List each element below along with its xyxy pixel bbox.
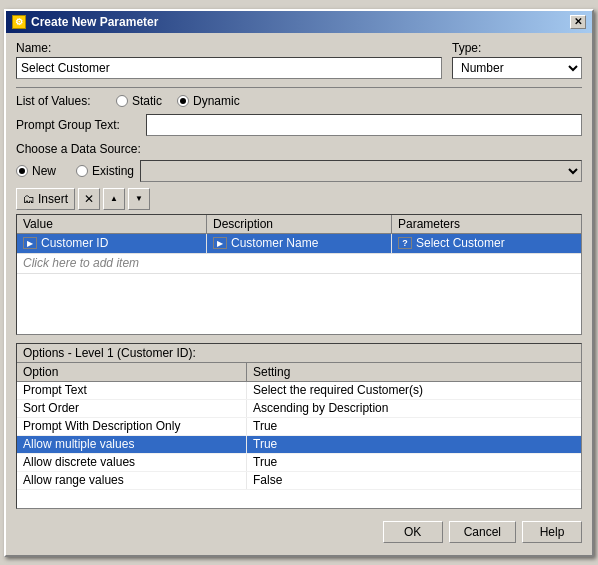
option-label-allow-range: Allow range values — [17, 472, 247, 489]
divider-1 — [16, 87, 582, 88]
value-cell: ▶ Customer ID — [17, 234, 207, 253]
value-row-icon: ▶ — [23, 237, 37, 249]
type-select[interactable]: Number String Date Boolean — [452, 57, 582, 79]
new-radio-btn[interactable] — [16, 165, 28, 177]
move-down-button[interactable]: ▼ — [128, 188, 150, 210]
options-row-allow-discrete[interactable]: Allow discrete values True — [17, 454, 581, 472]
prompt-group-input[interactable] — [146, 114, 582, 136]
option-setting-allow-multiple: True — [247, 436, 581, 453]
option-label-prompt-desc: Prompt With Description Only — [17, 418, 247, 435]
create-parameter-dialog: ⚙ Create New Parameter ✕ Name: Type: Num… — [4, 9, 594, 557]
ok-button[interactable]: OK — [383, 521, 443, 543]
options-row-sort-order[interactable]: Sort Order Ascending by Description — [17, 400, 581, 418]
description-text: Customer Name — [231, 236, 318, 250]
options-row-allow-multiple[interactable]: Allow multiple values True — [17, 436, 581, 454]
empty-rows — [17, 274, 581, 334]
value-text: Customer ID — [41, 236, 108, 250]
existing-select-wrapper — [140, 160, 582, 182]
delete-button[interactable]: ✕ — [78, 188, 100, 210]
name-type-row: Name: Type: Number String Date Boolean — [16, 41, 582, 79]
dynamic-radio-btn[interactable] — [177, 95, 189, 107]
option-setting-allow-range: False — [247, 472, 581, 489]
parameter-text: Select Customer — [416, 236, 505, 250]
options-section: Options - Level 1 (Customer ID): Option … — [16, 343, 582, 509]
existing-label: Existing — [92, 164, 134, 178]
data-source-label: Choose a Data Source: — [16, 142, 582, 156]
delete-icon: ✕ — [84, 192, 94, 206]
options-empty-row — [17, 490, 581, 508]
type-section: Type: Number String Date Boolean — [452, 41, 582, 79]
name-label: Name: — [16, 41, 442, 55]
type-label: Type: — [452, 41, 582, 55]
insert-label: Insert — [38, 192, 68, 206]
header-parameters: Parameters — [392, 215, 581, 233]
options-header: Option Setting — [17, 363, 581, 382]
add-item-text[interactable]: Click here to add item — [17, 254, 581, 273]
move-up-button[interactable]: ▲ — [103, 188, 125, 210]
option-setting-sort-order: Ascending by Description — [247, 400, 581, 417]
name-input[interactable] — [16, 57, 442, 79]
toolbar: 🗂 Insert ✕ ▲ ▼ — [16, 188, 582, 210]
prompt-group-label: Prompt Group Text: — [16, 118, 146, 132]
param-row-icon: ? — [398, 237, 412, 249]
move-up-icon: ▲ — [110, 194, 118, 203]
description-cell: ▶ Customer Name — [207, 234, 392, 253]
values-table: Value Description Parameters ▶ Customer … — [16, 214, 582, 335]
option-label-allow-multiple: Allow multiple values — [17, 436, 247, 453]
move-down-icon: ▼ — [135, 194, 143, 203]
header-description: Description — [207, 215, 392, 233]
insert-icon: 🗂 — [23, 192, 35, 206]
static-radio[interactable]: Static — [116, 94, 162, 108]
title-bar: ⚙ Create New Parameter ✕ — [6, 11, 592, 33]
option-label-prompt-text: Prompt Text — [17, 382, 247, 399]
existing-radio[interactable]: Existing — [76, 164, 134, 178]
existing-group: Existing — [76, 160, 582, 182]
type-select-wrapper: Number String Date Boolean — [452, 57, 582, 79]
list-of-values-row: List of Values: Static Dynamic — [16, 94, 582, 108]
lov-radio-group: Static Dynamic — [116, 94, 240, 108]
options-row-prompt-desc[interactable]: Prompt With Description Only True — [17, 418, 581, 436]
dynamic-label: Dynamic — [193, 94, 240, 108]
dynamic-radio[interactable]: Dynamic — [177, 94, 240, 108]
static-label: Static — [132, 94, 162, 108]
help-button[interactable]: Help — [522, 521, 582, 543]
new-label: New — [32, 164, 56, 178]
option-label-allow-discrete: Allow discrete values — [17, 454, 247, 471]
dialog-body: Name: Type: Number String Date Boolean L… — [6, 33, 592, 555]
button-row: OK Cancel Help — [16, 517, 582, 547]
static-radio-btn[interactable] — [116, 95, 128, 107]
lov-label: List of Values: — [16, 94, 116, 108]
existing-radio-btn[interactable] — [76, 165, 88, 177]
new-radio[interactable]: New — [16, 164, 56, 178]
table-header: Value Description Parameters — [17, 215, 581, 234]
name-section: Name: — [16, 41, 442, 79]
options-row-allow-range[interactable]: Allow range values False — [17, 472, 581, 490]
cancel-button[interactable]: Cancel — [449, 521, 516, 543]
options-title: Options - Level 1 (Customer ID): — [17, 344, 581, 363]
option-setting-prompt-text: Select the required Customer(s) — [247, 382, 581, 399]
desc-row-icon: ▶ — [213, 237, 227, 249]
add-item-row[interactable]: Click here to add item — [17, 254, 581, 274]
dialog-title: Create New Parameter — [31, 15, 158, 29]
options-header-setting: Setting — [247, 363, 581, 381]
existing-select[interactable] — [140, 160, 582, 182]
parameters-cell: ? Select Customer — [392, 234, 581, 253]
close-button[interactable]: ✕ — [570, 15, 586, 29]
option-setting-allow-discrete: True — [247, 454, 581, 471]
table-row[interactable]: ▶ Customer ID ▶ Customer Name ? Select C… — [17, 234, 581, 254]
option-setting-prompt-desc: True — [247, 418, 581, 435]
data-source-options: New Existing — [16, 160, 582, 182]
header-value: Value — [17, 215, 207, 233]
prompt-group-row: Prompt Group Text: — [16, 114, 582, 136]
dialog-icon: ⚙ — [12, 15, 26, 29]
insert-button[interactable]: 🗂 Insert — [16, 188, 75, 210]
options-row-prompt-text[interactable]: Prompt Text Select the required Customer… — [17, 382, 581, 400]
option-label-sort-order: Sort Order — [17, 400, 247, 417]
options-header-option: Option — [17, 363, 247, 381]
